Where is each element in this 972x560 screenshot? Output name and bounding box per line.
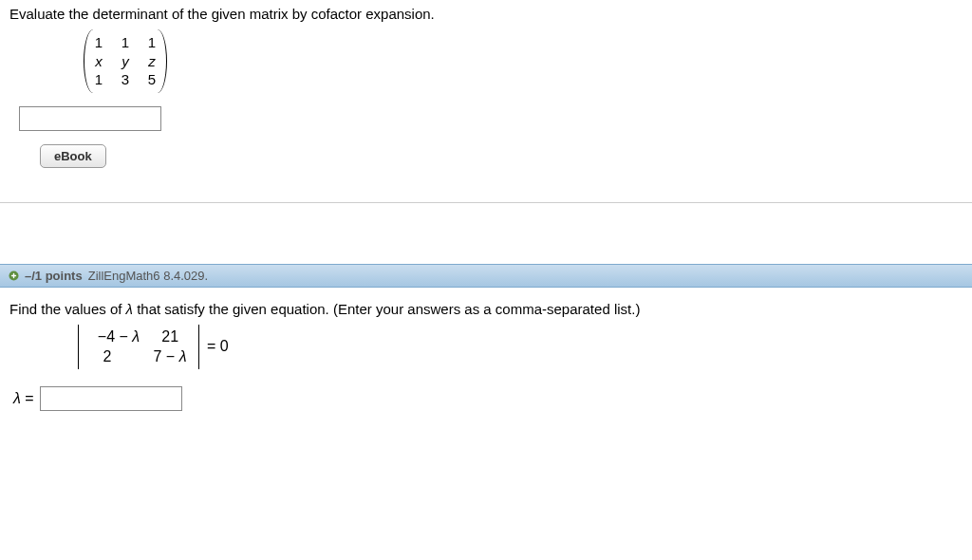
q2-answer-wrap: λ =	[13, 386, 963, 411]
q1-matrix: 1 1 1 x y z 1 3 5	[84, 29, 963, 93]
determinant: −4 − λ 21 2 7 − λ	[78, 325, 199, 369]
q1-answer-input[interactable]	[19, 106, 161, 131]
matrix-cell: 1	[145, 33, 159, 52]
q2-answer-input[interactable]	[40, 386, 182, 411]
matrix-cell: 1	[92, 33, 105, 52]
matrix-cell: 1	[119, 33, 132, 52]
det-cell: 2	[86, 346, 128, 367]
det-cell: 7 − λ	[149, 346, 191, 367]
question-1: Evaluate the determinant of the given ma…	[0, 0, 972, 177]
q2-header: –/1 points ZillEngMath6 8.4.029.	[0, 264, 972, 288]
q2-prompt: Find the values of λ that satisfy the gi…	[9, 301, 963, 317]
q1-answer-wrap	[19, 106, 963, 131]
section-divider	[0, 202, 972, 203]
q1-prompt: Evaluate the determinant of the given ma…	[9, 6, 963, 22]
matrix-cell: x	[92, 52, 105, 71]
ebook-button[interactable]: eBook	[40, 144, 106, 168]
matrix-cell: 1	[92, 70, 105, 89]
matrix-cell: 5	[145, 70, 159, 89]
equals-zero: = 0	[207, 338, 229, 355]
expand-icon[interactable]	[8, 270, 19, 281]
matrix-cell: 3	[119, 70, 132, 89]
det-cell: −4 − λ	[98, 327, 140, 347]
q2-reference: ZillEngMath6 8.4.029.	[88, 269, 208, 283]
lambda-label: λ =	[13, 390, 34, 407]
det-cell: 21	[160, 327, 179, 347]
question-2: Find the values of λ that satisfy the gi…	[0, 288, 972, 420]
q2-equation: −4 − λ 21 2 7 − λ = 0	[78, 325, 963, 369]
q2-points: –/1 points	[25, 269, 83, 283]
matrix-cell: z	[145, 52, 159, 71]
matrix-cell: y	[119, 52, 132, 71]
